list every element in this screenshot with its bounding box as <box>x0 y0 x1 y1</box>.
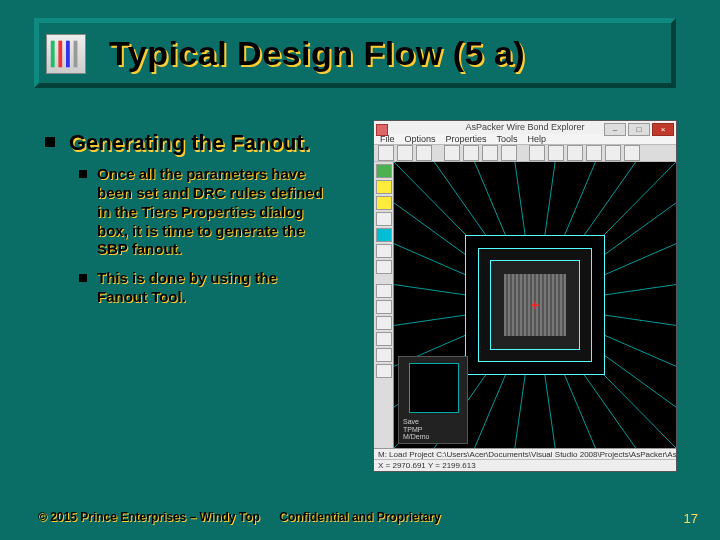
status-bar-coords: X = 2970.691 Y = 2199.613 <box>374 459 676 471</box>
tool-button[interactable] <box>376 364 392 378</box>
tool-button[interactable] <box>376 244 392 258</box>
toolbar-button[interactable] <box>482 145 498 161</box>
window-title: AsPacker Wire Bond Explorer <box>465 122 584 132</box>
side-toolbar <box>374 162 394 448</box>
toolbar-button[interactable] <box>605 145 621 161</box>
bullet-icon <box>45 137 55 147</box>
tool-button[interactable] <box>376 180 392 194</box>
nav-preview[interactable]: Save TPMP M/Demo <box>398 356 468 444</box>
toolbar-button[interactable] <box>548 145 564 161</box>
toolbar-button[interactable] <box>624 145 640 161</box>
slide-title: Typical Design Flow (5 a) <box>109 34 525 73</box>
app-icon <box>376 124 388 136</box>
toolbar-button[interactable] <box>586 145 602 161</box>
minimize-button[interactable]: – <box>604 123 626 136</box>
maximize-button[interactable]: □ <box>628 123 650 136</box>
sub-bullet-list: Once all the parameters have been set an… <box>79 165 365 306</box>
toolbar-button[interactable] <box>529 145 545 161</box>
footer-confidential: Confidential and Proprietary <box>0 510 720 524</box>
workspace: + Save TPMP M/Demo <box>374 162 676 448</box>
crosshair-icon: + <box>531 297 539 313</box>
menu-item[interactable]: Options <box>405 134 436 144</box>
heading-text: Generating the Fanout. <box>69 130 310 155</box>
tool-button[interactable] <box>376 332 392 346</box>
sub-bullet-text: This is done by using the Fanout Tool. <box>97 269 327 307</box>
bullet-icon <box>79 274 87 282</box>
tool-button[interactable] <box>376 300 392 314</box>
tool-button[interactable] <box>376 212 392 226</box>
toolbar <box>374 144 676 162</box>
toolbar-button[interactable] <box>378 145 394 161</box>
tool-button[interactable] <box>376 284 392 298</box>
toolbar-button[interactable] <box>416 145 432 161</box>
sub-bullet-row: Once all the parameters have been set an… <box>79 165 365 259</box>
tool-button[interactable] <box>376 260 392 274</box>
svg-rect-0 <box>51 41 55 68</box>
title-frame: Typical Design Flow (5 a) <box>34 18 676 88</box>
menu-item[interactable]: Properties <box>446 134 487 144</box>
svg-rect-1 <box>58 41 62 68</box>
title-icon <box>46 34 86 74</box>
sub-bullet-row: This is done by using the Fanout Tool. <box>79 269 365 307</box>
tool-button[interactable] <box>376 196 392 210</box>
menu-item[interactable]: Help <box>528 134 547 144</box>
toolbar-button[interactable] <box>463 145 479 161</box>
nav-labels: Save TPMP M/Demo <box>403 418 429 441</box>
toolbar-button[interactable] <box>567 145 583 161</box>
tool-button[interactable] <box>376 164 392 178</box>
content-area: Generating the Fanout. Once all the para… <box>45 130 365 317</box>
toolbar-button[interactable] <box>444 145 460 161</box>
toolbar-button[interactable] <box>397 145 413 161</box>
sub-bullet-text: Once all the parameters have been set an… <box>97 165 327 259</box>
menu-item[interactable]: Tools <box>497 134 518 144</box>
tool-button[interactable] <box>376 316 392 330</box>
bullet-icon <box>79 170 87 178</box>
app-screenshot: AsPacker Wire Bond Explorer – □ × File O… <box>373 120 677 472</box>
status-bar-message: M: Load Project C:\Users\Acer\Documents\… <box>374 448 676 459</box>
close-button[interactable]: × <box>652 123 674 136</box>
page-number: 17 <box>684 511 698 526</box>
svg-rect-3 <box>74 41 78 68</box>
bullet-heading-row: Generating the Fanout. <box>45 130 365 155</box>
tool-button[interactable] <box>376 228 392 242</box>
design-canvas[interactable]: + Save TPMP M/Demo <box>394 162 676 448</box>
toolbar-button[interactable] <box>501 145 517 161</box>
window-titlebar: AsPacker Wire Bond Explorer – □ × <box>374 121 676 134</box>
tool-button[interactable] <box>376 348 392 362</box>
svg-rect-2 <box>66 41 70 68</box>
